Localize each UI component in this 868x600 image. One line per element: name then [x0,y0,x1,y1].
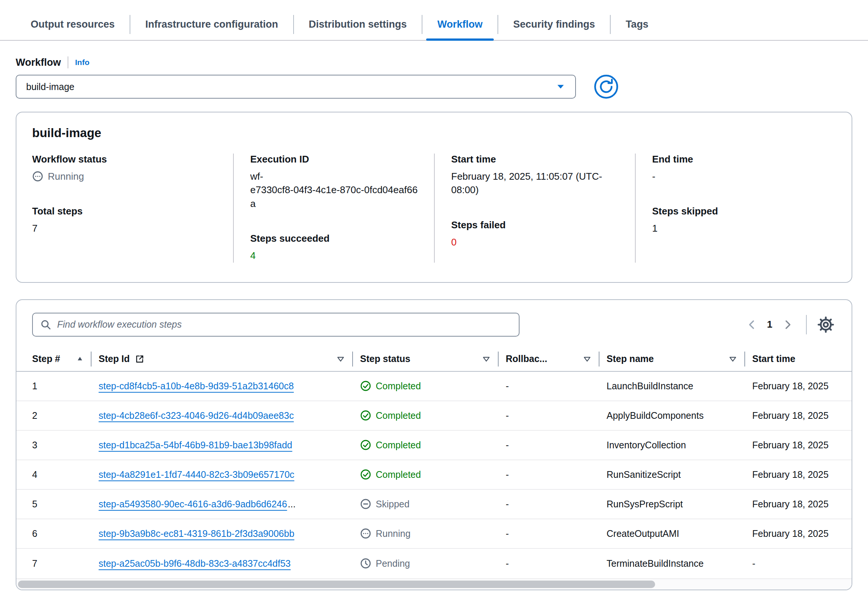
step-status-cell: Skipped [352,498,498,510]
success-icon [360,439,371,450]
column-header-label: Step name [606,353,653,364]
column-header-step[interactable]: Step # [17,347,91,371]
table-row: 2step-4cb28e6f-c323-4046-9d26-4d4b09aee8… [17,401,851,431]
search-input[interactable] [56,319,511,330]
summary-column: Workflow statusRunningTotal steps7 [32,153,233,263]
chevron-right-icon [782,319,793,330]
pagination-next-button[interactable] [778,315,797,334]
filter-icon[interactable] [336,355,345,364]
step-id-cell: step-4cb28e6f-c323-4046-9d26-4d4b09aee83… [91,410,352,421]
step-id-link[interactable]: step-9b3a9b8c-ec81-4319-861b-2f3d3a9006b… [98,528,294,539]
step-id-link[interactable]: step-a5493580-90ec-4616-a3d6-9adb6d6246 [98,499,287,510]
status-text: Running [48,170,84,183]
summary-field: Total steps7 [32,206,219,235]
step-status-cell: Completed [352,439,498,450]
step-name-cell: ApplyBuildComponents [599,410,745,421]
table-row: 5step-a5493580-90ec-4616-a3d6-9adb6d6246… [17,490,851,519]
rollback-status-cell: - [498,499,599,510]
table-header-row: Step #Step IdStep statusRollbac...Step n… [17,347,851,372]
field-value: February 18, 2025, 11:05:07 (UTC-08:00) [451,170,612,197]
toolbar-divider [806,315,807,334]
step-number-cell: 6 [17,528,91,539]
column-header-start-time[interactable]: Start time [745,347,851,371]
search-box[interactable] [32,313,520,336]
step-id-cell: step-cd8f4cb5-a10b-4e8b-9d39-51a2b31460c… [91,381,352,391]
status-text: Completed [376,381,421,391]
tab-security-findings[interactable]: Security findings [498,14,610,40]
status-text: Skipped [376,499,409,510]
tab-infrastructure-configuration[interactable]: Infrastructure configuration [130,14,293,40]
truncation-ellipsis: ... [288,499,296,510]
column-header-label: Start time [752,353,795,364]
column-header-step-name[interactable]: Step name [599,347,745,371]
rollback-status-cell: - [498,410,599,421]
status-text: Completed [376,410,421,421]
field-label: Total steps [32,206,219,217]
workflow-summary-card: build-image Workflow statusRunningTotal … [16,112,852,283]
pagination-prev-button[interactable] [742,315,761,334]
column-header-step-id[interactable]: Step Id [91,347,352,371]
start-time-cell: February 18, 2025 [745,499,851,510]
in-progress-icon [360,528,371,539]
field-label: Workflow status [32,153,219,165]
settings-button[interactable] [816,315,836,335]
tab-tags[interactable]: Tags [611,14,663,40]
steps-table-card: 1 Step #Step IdStep statusRollbac...Step… [16,299,852,590]
workflow-select[interactable]: build-image [16,75,576,98]
step-id-link[interactable]: step-cd8f4cb5-a10b-4e8b-9d39-51a2b31460c… [98,381,294,391]
step-id-link[interactable]: step-4a8291e1-1fd7-4440-82c3-3b09e657170… [98,469,294,480]
field-label: Steps skipped [652,206,823,217]
filter-icon[interactable] [728,355,737,364]
refresh-button[interactable] [594,74,618,99]
tab-distribution-settings[interactable]: Distribution settings [294,14,422,40]
step-id-cell: step-d1bca25a-54bf-46b9-81b9-bae13b98fad… [91,440,352,450]
start-time-cell: February 18, 2025 [745,381,851,391]
step-id-cell: step-4a8291e1-1fd7-4440-82c3-3b09e657170… [91,469,352,480]
column-header-label: Step Id [98,353,130,364]
status-text: Completed [376,469,421,480]
summary-field: Execution IDwf-e7330cf8‑04f3‑4c1e‑870c‑0… [250,153,420,210]
sort-ascending-icon[interactable] [76,355,84,363]
step-id-link[interactable]: step-a25ac05b-b9f6-48db-83c3-a4837cc4df5… [98,558,290,569]
step-name-cell: CreateOutputAMI [599,528,745,539]
tab-output-resources[interactable]: Output resources [16,14,130,40]
success-icon [360,469,371,480]
step-id-link[interactable]: step-d1bca25a-54bf-46b9-81b9-bae13b98fad… [98,440,292,450]
step-name-cell: RunSysPrepScript [599,499,745,510]
step-status-cell: Completed [352,380,498,391]
field-label: Steps succeeded [250,233,420,244]
info-link[interactable]: Info [75,58,89,67]
field-value: wf-e7330cf8‑04f3‑4c1e‑870c‑0fcd04eaf66a [250,170,420,210]
column-header-label: Step # [32,353,60,364]
pagination-current-page[interactable]: 1 [767,319,773,330]
rollback-status-cell: - [498,469,599,480]
table-row: 4step-4a8291e1-1fd7-4440-82c3-3b09e65717… [17,460,851,490]
field-value: 4 [250,249,420,262]
rollback-status-cell: - [498,558,599,569]
start-time-cell: February 18, 2025 [745,410,851,421]
summary-field: Steps skipped1 [652,206,823,235]
filter-icon[interactable] [482,355,491,364]
column-header-rollbac[interactable]: Rollbac... [498,347,599,371]
step-id-cell: step-a25ac05b-b9f6-48db-83c3-a4837cc4df5… [91,558,352,569]
column-header-step-status[interactable]: Step status [352,347,498,371]
horizontal-scrollbar[interactable] [17,578,851,589]
step-id-link[interactable]: step-4cb28e6f-c323-4046-9d26-4d4b09aee83… [98,410,294,421]
scrollbar-thumb[interactable] [18,580,655,588]
table-row: 7step-a25ac05b-b9f6-48db-83c3-a4837cc4df… [17,549,851,578]
table-body: 1step-cd8f4cb5-a10b-4e8b-9d39-51a2b31460… [17,372,851,578]
start-time-cell: February 18, 2025 [745,528,851,539]
caret-down-icon [556,82,566,91]
status-text: Completed [376,440,421,450]
filter-icon[interactable] [583,355,591,364]
step-number-cell: 4 [17,469,91,480]
refresh-icon [594,74,618,99]
step-number-cell: 3 [17,440,91,450]
summary-field: Steps failed0 [451,219,622,249]
field-value: 1 [652,221,823,235]
tab-workflow[interactable]: Workflow [422,14,498,40]
step-name-cell: RunSanitizeScript [599,469,745,480]
workflow-selector-row: build-image [16,74,852,99]
pending-icon [360,558,371,569]
step-status-cell: Running [352,528,498,539]
